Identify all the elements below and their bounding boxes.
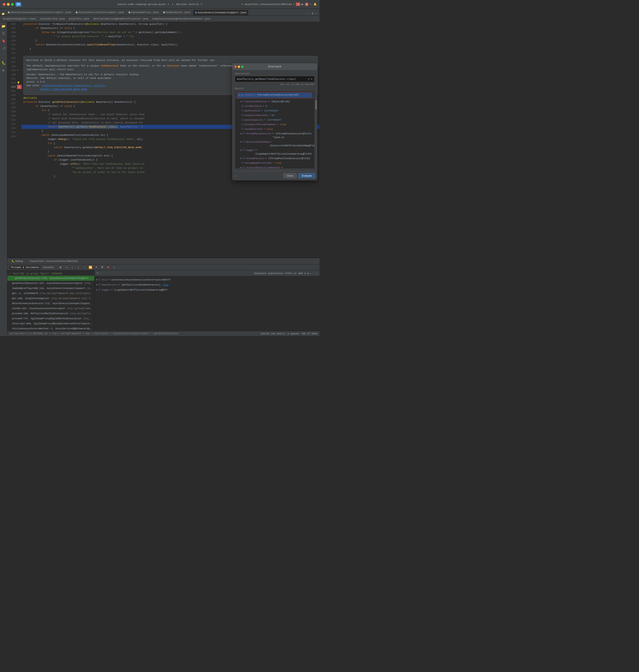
expand-icon[interactable]: ▶ bbox=[240, 100, 242, 103]
stack-frame-6[interactable]: invoke:107, AsyncExecutionInterceptor (o… bbox=[7, 306, 94, 311]
tab-dot bbox=[163, 12, 165, 13]
eval-result-area[interactable]: ▼ ∞∞ result = {ThreadPoolTaskExecutor@71… bbox=[235, 91, 315, 169]
eval-evaluate-button[interactable]: Evaluate bbox=[298, 173, 315, 178]
project-icon: SA bbox=[16, 2, 21, 6]
breakpoint-marker[interactable]: ● bbox=[17, 85, 21, 89]
stack-frame-3[interactable]: get:-1, 1279469670 (org.springframework.… bbox=[7, 291, 94, 296]
tab-simple-async[interactable]: SimpleAsyncUncaughtExceptionHandler.java bbox=[151, 16, 212, 21]
eval-result-top: ▼ ∞∞ result = {ThreadPoolTaskExecutor@71… bbox=[236, 92, 313, 98]
tab-singleton-supplier[interactable]: SingletonSupplier.class bbox=[1, 16, 38, 21]
eval-input-row[interactable]: ⤢ ▾ bbox=[235, 76, 315, 82]
eval-minimize-btn[interactable] bbox=[238, 66, 240, 68]
tab-async-execution-interceptor[interactable]: AsyncExecutionInterceptor.java bbox=[74, 10, 126, 15]
vcs-button[interactable]: Version control bbox=[176, 3, 199, 6]
var-expand-this[interactable]: ▶ bbox=[96, 278, 97, 282]
eval-expression-input[interactable] bbox=[237, 78, 307, 80]
stop-button[interactable]: ■ bbox=[305, 3, 309, 6]
debug-panel-right: ⊽ ↕ Evaluate expression (⌥F8) or add a w… bbox=[95, 270, 320, 331]
tab-async-service[interactable]: AsyncService.java bbox=[38, 16, 66, 21]
stack-frame-8[interactable]: proceed:747, CglibAopProxy$CglibMethodIn… bbox=[7, 316, 94, 321]
tab-aspect-support[interactable]: AsyncExecutionAspectSupport.java bbox=[192, 10, 249, 15]
run-cursor-btn[interactable]: ⏩ bbox=[88, 265, 93, 270]
eval-row-threadNamePrefixSet: ⓘ threadNamePrefixSet = true bbox=[235, 161, 314, 165]
stack-frame-10[interactable]: thisIsAnAsyncFutureMethod:-1, AsyncServi… bbox=[7, 326, 94, 331]
expand-icon[interactable]: ▶ bbox=[240, 148, 242, 152]
stack-frame-5[interactable]: determineAsyncExecutor:172, AsyncExecuti… bbox=[7, 301, 94, 306]
tab-abstract-advising[interactable]: AbstractAdvisingBeanPostProcessor.java bbox=[91, 16, 150, 21]
eval-scrollbar[interactable] bbox=[315, 96, 317, 174]
tab-annotation-async[interactable]: AnnotationAsyncExecutionInterceptor.java bbox=[5, 10, 74, 15]
more-tabs-icon[interactable]: ⋯ bbox=[315, 12, 317, 15]
line-num-235: 235 bbox=[7, 93, 16, 97]
tab-async-test[interactable]: AsyncTest.java bbox=[67, 16, 91, 21]
more-tools-btn[interactable]: ⋯ bbox=[112, 265, 116, 270]
git-icon[interactable]: ⎇ bbox=[1, 46, 6, 50]
close-button[interactable] bbox=[3, 3, 5, 6]
debug-tab-run[interactable]: × AsyncTest.testAsyncFutureMethod bbox=[26, 259, 80, 264]
stack-frame-9[interactable]: intercept:689, CglibAopProxy$DynamicAdvi… bbox=[7, 321, 94, 326]
eval-scroll-thumb bbox=[315, 100, 317, 109]
eval-close-button[interactable]: Close bbox=[283, 173, 297, 178]
debug-tool-icon[interactable]: 🐛 bbox=[1, 61, 6, 65]
step-over-btn[interactable]: ⤻ bbox=[64, 265, 69, 270]
see-also-link2[interactable]: DEFAULT_TASK_EXECUTOR_BEAN_NAME bbox=[40, 88, 87, 91]
eval-expression-label: Expression: bbox=[235, 72, 315, 75]
force-step-btn[interactable]: ⇓ bbox=[76, 265, 81, 270]
stop-btn[interactable]: ■ bbox=[106, 265, 111, 270]
sort-icon[interactable]: ↕ bbox=[99, 272, 101, 275]
breadcrumb: spring-aop-5.2.4.RELEASE.jar > org > spr… bbox=[10, 332, 179, 335]
run-config[interactable]: AsyncTest.testAsyncFutureMethod bbox=[245, 3, 292, 6]
eval-expand-icon[interactable]: ⤢ bbox=[308, 77, 310, 81]
threads-variables-tab[interactable]: Threads & Variables bbox=[9, 266, 41, 269]
folder-icon[interactable]: 📁 bbox=[1, 12, 5, 15]
var-expand-logger[interactable]: ▶ bbox=[96, 288, 97, 292]
main-layout: 📂 ☰ 🔖 ⎇ 🐛 ▶ 206 207 208 209 210 211 212 … bbox=[0, 22, 320, 336]
structure-icon[interactable]: ☰ bbox=[1, 31, 6, 36]
variables-pane: ▶ ⓘ this = {AnnotationAsyncExecutionInte… bbox=[95, 276, 320, 331]
line-num-240: 240 bbox=[7, 114, 16, 118]
maximize-button[interactable] bbox=[11, 3, 14, 6]
view-link[interactable]: View bbox=[163, 283, 169, 287]
settings-icon[interactable]: ⚙ bbox=[312, 12, 313, 15]
notifications-button[interactable]: 🔔 bbox=[313, 3, 317, 6]
eval-history-icon[interactable]: ▾ bbox=[311, 77, 313, 81]
eval-expand-arrow[interactable]: ▼ bbox=[238, 94, 240, 97]
debug-button[interactable]: ⏸ bbox=[296, 2, 300, 6]
eval-help-icon[interactable]: ? bbox=[235, 175, 236, 178]
stack-frame-4[interactable]: get:100, SingletonSupplier (org.springfr… bbox=[7, 296, 94, 301]
minimize-button[interactable] bbox=[7, 3, 10, 6]
eval-btn[interactable]: ≡ bbox=[94, 265, 99, 270]
filter-icon[interactable]: ⊽ bbox=[96, 272, 98, 275]
eval-row-threadFactory: ▶ ⓘ threadFactory = {ThreadPoolTaskExecu… bbox=[235, 156, 314, 161]
pause-program-btn[interactable]: ⏸ bbox=[100, 265, 105, 270]
eval-expand-btn[interactable] bbox=[241, 66, 244, 68]
eval-close-btn[interactable] bbox=[234, 66, 237, 68]
var-expand-beanfactory[interactable]: ▶ bbox=[96, 283, 97, 287]
line-num-226: 226 bbox=[7, 56, 16, 60]
tab-cglib[interactable]: CglibAopProxy.java bbox=[126, 10, 161, 15]
run-tool-icon[interactable]: ▶ bbox=[1, 68, 6, 73]
expand-icon[interactable]: ▶ bbox=[240, 132, 242, 135]
console-tab[interactable]: Console bbox=[42, 266, 55, 269]
restore-layout-btn[interactable]: ⊞ bbox=[58, 265, 63, 270]
bookmark-icon[interactable]: 🔖 bbox=[1, 38, 6, 43]
run-button[interactable]: ▶ bbox=[301, 2, 303, 6]
debug-tab-debug[interactable]: 🐛 Debug bbox=[9, 259, 25, 264]
step-into-btn[interactable]: ↓ bbox=[70, 265, 75, 270]
tab-dot-active bbox=[195, 12, 197, 14]
stack-frame-7[interactable]: proceed:186, ReflectiveMethodInvocation … bbox=[7, 311, 94, 316]
stack-frame-0[interactable]: → getDefaultExecutor:233, AsyncExecution… bbox=[7, 276, 94, 281]
tab-enable-async[interactable]: EnableAsync.java bbox=[161, 10, 192, 15]
expand-icon[interactable]: ▶ bbox=[240, 157, 242, 160]
project-tool-icon[interactable]: 📂 bbox=[1, 24, 6, 29]
step-out-btn[interactable]: ↑ bbox=[82, 265, 87, 270]
see-also-link1[interactable]: findQualifiedExecutor(BeanFactory, Strin… bbox=[42, 84, 107, 87]
code-line-209: " to access qualified executor '" + qual… bbox=[21, 34, 320, 38]
line-num-213: 213 bbox=[7, 51, 16, 55]
expand-icon[interactable]: ▶ bbox=[240, 166, 242, 169]
expand-icon[interactable]: ▶ bbox=[240, 140, 242, 144]
line-num-229: 229 bbox=[7, 68, 16, 73]
stack-frame-1[interactable]: getDefaultExecutor:157, AsyncExecutionIn… bbox=[7, 281, 94, 286]
stack-frame-2[interactable]: lambda$configure$2:119, AsyncExecutionAs… bbox=[7, 286, 94, 291]
more-button[interactable]: ⋯ bbox=[310, 3, 311, 6]
